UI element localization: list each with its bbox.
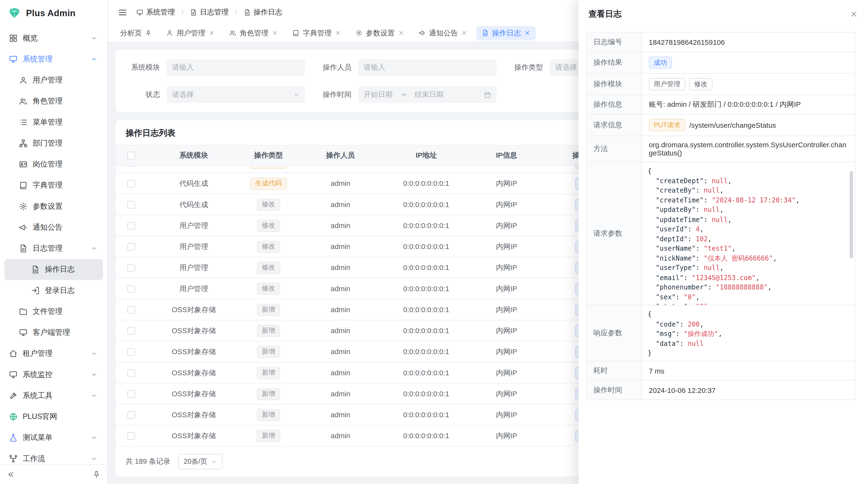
sidebar-item-website[interactable]: PLUS官网 [4,406,103,427]
sidebar-item-label: 日志管理 [33,244,62,253]
close-icon[interactable] [850,10,858,18]
cell-ip: 0:0:0:0:0:0:0:1 [385,221,468,229]
breadcrumb-item[interactable]: 系统管理 [136,7,175,17]
flow-icon [9,454,18,463]
sidebar-item-param[interactable]: 参数设置 [4,196,103,217]
sidebar-item-client[interactable]: 客户端管理 [4,322,103,343]
close-icon[interactable] [398,30,404,36]
row-checkbox[interactable] [127,243,135,251]
sidebar-item-sysmonitor[interactable]: 系统监控 [4,364,103,385]
sidebar-item-post[interactable]: 岗位管理 [4,154,103,175]
row-checkbox[interactable] [127,200,135,208]
row-checkbox[interactable] [127,305,135,313]
row-checkbox[interactable] [127,264,135,271]
cell-ip-info: 内网IP [468,347,545,356]
row-checkbox[interactable] [127,369,135,377]
filter-input-operator[interactable]: 请输入 [358,59,496,76]
cell-ip-info: 内网IP [468,179,545,188]
tab-label: 字典管理 [303,28,332,38]
cell-operator: admin [296,411,384,419]
sidebar-item-menu[interactable]: 菜单管理 [4,112,103,133]
tab-analysis[interactable]: 分析页 [115,26,157,40]
row-checkbox[interactable] [127,411,135,419]
app-logo[interactable]: Plus Admin [0,0,107,27]
tab-operlog[interactable]: 操作日志 [476,26,536,40]
hamburger-icon[interactable] [118,7,127,17]
cell-ip-info: 内网IP [468,221,545,230]
close-icon[interactable] [335,30,341,36]
cell-ip: 0:0:0:0:0:0:0:1 [385,368,468,377]
field-value: org.dromara.system.controller.system.Sys… [642,136,855,162]
globe-icon [9,412,18,421]
cell-ip-info: 内网IP [468,326,545,335]
tab-param[interactable]: 参数设置 [350,26,410,40]
grid-icon [9,34,18,43]
filter-label: 操作人员 [317,62,351,72]
action-tag: 修改 [257,240,280,253]
breadcrumb-item[interactable]: 操作日志 [244,7,282,17]
sidebar-item-operlog[interactable]: 操作日志 [4,259,103,280]
sidebar-item-label: 系统管理 [23,54,53,64]
sidebar-item-overview[interactable]: 概览 [4,28,103,49]
pin-sidebar-icon[interactable] [92,471,100,479]
drawer-field-request: 请求信息PUT请求/system/user/changeStatus [587,115,855,136]
close-icon[interactable] [272,30,278,36]
cell-operator: admin [296,284,384,293]
tab-label: 通知公告 [429,28,458,38]
cell-module: OSS对象存储 [147,326,241,335]
tab-notice[interactable]: 通知公告 [413,26,473,40]
sidebar-item-user[interactable]: 用户管理 [4,70,103,91]
field-value: 账号: admin / 研发部门 / 0:0:0:0:0:0:0:1 / 内网I… [642,95,855,114]
cell-ip: 0:0:0:0:0:0:0:1 [385,243,468,251]
sidebar-item-loginlog[interactable]: 登录日志 [4,280,103,301]
collapse-sidebar-icon[interactable] [7,471,15,479]
cell-operator: admin [296,221,384,229]
row-checkbox[interactable] [127,327,135,334]
sidebar-item-role[interactable]: 角色管理 [4,91,103,112]
breadcrumb-item[interactable]: 日志管理 [190,7,229,17]
row-checkbox[interactable] [127,432,135,440]
tab-user[interactable]: 用户管理 [161,26,220,40]
code-scrollbar[interactable] [850,171,853,258]
sidebar-item-file[interactable]: 文件管理 [4,301,103,322]
cell-ip: 0:0:0:0:0:0:0:1 [385,305,468,314]
sidebar-item-workflow[interactable]: 工作流 [4,448,103,464]
cell-operator: admin [296,348,384,356]
row-checkbox[interactable] [127,180,135,187]
row-checkbox[interactable] [127,348,135,356]
sidebar-item-dict[interactable]: 字典管理 [4,175,103,196]
row-checkbox[interactable] [127,390,135,397]
drawer-field-info: 操作信息账号: admin / 研发部门 / 0:0:0:0:0:0:0:1 /… [587,95,855,115]
field-value: PUT请求/system/user/changeStatus [642,115,855,135]
value-tag: PUT请求 [649,119,685,131]
close-icon[interactable] [209,30,215,36]
sidebar-item-notice[interactable]: 通知公告 [4,217,103,238]
chevron-up-icon [91,56,98,63]
row-checkbox[interactable] [127,222,135,229]
sidebar-item-log[interactable]: 日志管理 [4,238,103,259]
tab-role[interactable]: 角色管理 [224,26,283,40]
sidebar-item-tools[interactable]: 系统工具 [4,385,103,406]
tab-dict[interactable]: 字典管理 [287,26,346,40]
select-all-checkbox[interactable] [127,152,135,159]
sidebar-item-system[interactable]: 系统管理 [4,49,103,70]
cell-ip: 0:0:0:0:0:0:0:1 [385,327,468,335]
filter-select-status[interactable]: 请选择 [166,86,305,103]
cell-module: 代码生成 [147,200,241,209]
filter-input-module[interactable]: 请输入 [166,59,305,76]
filter-daterange-time[interactable]: 开始日期结束日期 [358,86,496,103]
calendar-icon [484,91,491,98]
page-size-select[interactable]: 20条/页 [178,454,223,469]
pin-icon[interactable] [145,30,152,36]
cell-operator: admin [296,200,384,208]
cell-ip-info: 内网IP [468,241,545,251]
sidebar-item-tenant[interactable]: 租户管理 [4,343,103,364]
sidebar-item-dept[interactable]: 部门管理 [4,133,103,154]
row-checkbox[interactable] [127,166,135,166]
column-header: 系统模块 [147,151,241,160]
users-icon [19,97,28,106]
close-icon[interactable] [461,30,467,36]
sidebar-item-test[interactable]: 测试菜单 [4,427,103,448]
row-checkbox[interactable] [127,285,135,292]
close-icon[interactable] [524,30,530,36]
